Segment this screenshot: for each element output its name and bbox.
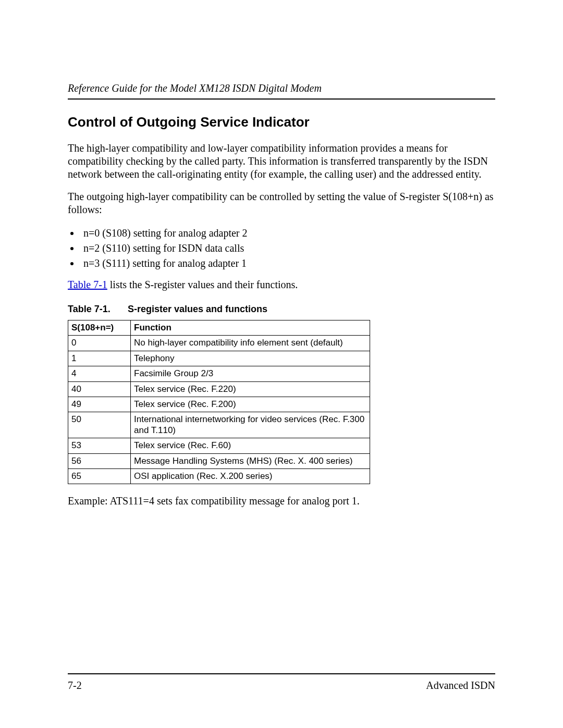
paragraph-intro: The high-layer compatibility and low-lay…	[68, 142, 495, 181]
table-cell-function: Telephony	[131, 351, 370, 366]
running-header: Reference Guide for the Model XM128 ISDN…	[68, 82, 495, 100]
table-cell-value: 56	[68, 453, 131, 468]
bullet-item: n=0 (S108) setting for analog adapter 2	[80, 226, 495, 241]
table-cell-value: 53	[68, 438, 131, 453]
table-row: 65 OSI application (Rec. X.200 series)	[68, 468, 370, 484]
paragraph-sregister: The outgoing high-layer compatibility ca…	[68, 190, 495, 216]
section-heading: Control of Outgoing Service Indicator	[68, 114, 495, 130]
bullet-list: n=0 (S108) setting for analog adapter 2 …	[68, 226, 495, 271]
table-reference-rest: lists the S-register values and their fu…	[107, 279, 298, 290]
table-row: 1 Telephony	[68, 351, 370, 366]
table-cell-function: No high-layer compatibility info element…	[131, 336, 370, 351]
table-row: 40 Telex service (Rec. F.220)	[68, 381, 370, 397]
table-cell-value: 65	[68, 468, 131, 484]
table-cell-value: 50	[68, 412, 131, 438]
table-cell-value: 40	[68, 381, 131, 397]
table-row: 4 Facsimile Group 2/3	[68, 366, 370, 381]
table-caption-title: S-register values and functions	[128, 304, 267, 314]
table-header-col2: Function	[131, 320, 370, 336]
table-caption-label: Table 7-1.	[68, 304, 125, 315]
table-cell-function: OSI application (Rec. X.200 series)	[131, 468, 370, 484]
bullet-item: n=3 (S111) setting for analog adapter 1	[80, 256, 495, 271]
table-header-col1: S(108+n=)	[68, 320, 131, 336]
table-row: 49 Telex service (Rec. F.200)	[68, 397, 370, 412]
table-cell-value: 4	[68, 366, 131, 381]
table-cell-function: Message Handling Systems (MHS) (Rec. X. …	[131, 453, 370, 468]
table-row: 50 International internetworking for vid…	[68, 412, 370, 438]
table-cell-function: Telex service (Rec. F.220)	[131, 381, 370, 397]
table-row: 53 Telex service (Rec. F.60)	[68, 438, 370, 453]
table-cell-value: 49	[68, 397, 131, 412]
table-cell-function: International internetworking for video …	[131, 412, 370, 438]
table-reference-sentence: Table 7-1 lists the S-register values an…	[68, 278, 495, 291]
table-reference-link[interactable]: Table 7-1	[68, 279, 107, 290]
page: Reference Guide for the Model XM128 ISDN…	[0, 0, 563, 728]
sregister-table: S(108+n=) Function 0 No high-layer compa…	[68, 320, 370, 484]
example-paragraph: Example: ATS111=4 sets fax compatibility…	[68, 495, 495, 508]
footer-section-name: Advanced ISDN	[426, 680, 495, 692]
page-number: 7-2	[68, 680, 82, 692]
table-cell-value: 0	[68, 336, 131, 351]
table-cell-function: Telex service (Rec. F.60)	[131, 438, 370, 453]
table-header-row: S(108+n=) Function	[68, 320, 370, 336]
table-cell-function: Telex service (Rec. F.200)	[131, 397, 370, 412]
table-caption: Table 7-1. S-register values and functio…	[68, 304, 495, 315]
table-cell-value: 1	[68, 351, 131, 366]
bullet-item: n=2 (S110) setting for ISDN data calls	[80, 241, 495, 256]
table-cell-function: Facsimile Group 2/3	[131, 366, 370, 381]
table-row: 56 Message Handling Systems (MHS) (Rec. …	[68, 453, 370, 468]
page-footer: 7-2 Advanced ISDN	[68, 673, 495, 692]
table-row: 0 No high-layer compatibility info eleme…	[68, 336, 370, 351]
